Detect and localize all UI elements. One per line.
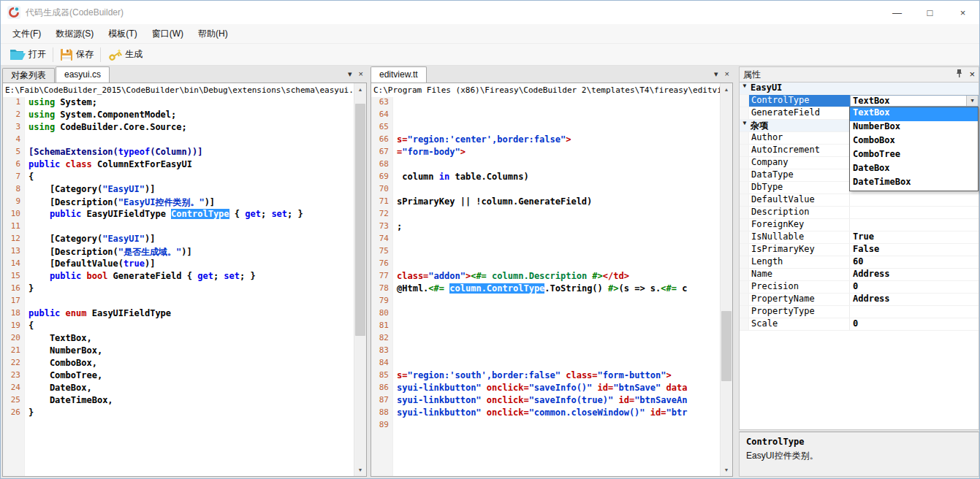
property-name[interactable]: ForeignKey (749, 219, 850, 231)
collapse-arrow-icon[interactable]: ▼ (740, 83, 750, 94)
menu-window[interactable]: 窗口(W) (145, 24, 191, 43)
property-row-IsNullable[interactable]: IsNullableTrue (740, 231, 979, 244)
left-code-area[interactable]: 1using System;2using System.ComponentMod… (3, 97, 354, 476)
property-name[interactable]: IsNullable (749, 231, 850, 243)
menu-template[interactable]: 模板(T) (101, 24, 144, 43)
tab-easyui-cs[interactable]: easyui.cs (56, 66, 110, 83)
combo-value[interactable]: TextBox (851, 96, 966, 106)
folder-open-icon (10, 48, 26, 61)
tab-list-chevron-down-icon[interactable]: ▾ (714, 69, 718, 78)
property-name[interactable]: DataType (749, 169, 850, 181)
code-line: 82 (371, 333, 720, 345)
property-value[interactable]: 60 (850, 256, 979, 268)
left-editor: E:\Faib\CodeBuilder_2015\CodeBuilder\bin… (2, 83, 367, 477)
dropdown-item-ComboBox[interactable]: ComboBox (850, 135, 978, 149)
property-name[interactable]: Author (749, 132, 850, 144)
tab-close-icon[interactable]: × (725, 69, 729, 78)
property-value[interactable] (850, 306, 979, 318)
property-name[interactable]: Name (749, 269, 850, 280)
left-vertical-scrollbar[interactable]: ▲ ▼ (354, 83, 366, 476)
code-text (393, 420, 397, 432)
scroll-up-button[interactable]: ▲ (721, 83, 732, 96)
property-name[interactable]: Company (749, 157, 850, 169)
left-scrollbar-thumb[interactable] (355, 104, 365, 336)
property-row-PropertyType[interactable]: PropertyType (740, 306, 979, 318)
tab-list-chevron-down-icon[interactable]: ▾ (348, 69, 352, 78)
property-row-ControlType[interactable]: ControlTypeTextBox▼ (740, 95, 979, 107)
property-name[interactable]: Description (749, 207, 850, 218)
menu-file[interactable]: 文件(F) (5, 24, 48, 43)
tab-close-icon[interactable]: × (359, 69, 363, 78)
controltype-dropdown[interactable]: TextBoxNumberBoxComboBoxComboTreeDateBox… (849, 107, 979, 191)
dropdown-item-NumberBox[interactable]: NumberBox (850, 121, 978, 135)
main-area: 对象列表 easyui.cs ▾ × E:\Faib\CodeBuilder_2… (1, 66, 979, 478)
property-name[interactable]: PropertyType (749, 306, 850, 318)
line-number: 68 (371, 159, 393, 172)
splitter-middle-right[interactable] (733, 66, 739, 478)
property-value[interactable] (850, 207, 979, 218)
category-row-EasyUI[interactable]: ▼EasyUI (740, 83, 979, 95)
property-name[interactable]: Precision (749, 281, 850, 293)
code-line: 15 public bool GenerateField { get; set;… (3, 271, 354, 283)
property-name[interactable]: DefaultValue (749, 194, 850, 206)
generate-button[interactable]: 生成 (102, 45, 148, 64)
selected-token: ControlType (171, 209, 229, 219)
property-name[interactable]: IsPrimaryKey (749, 244, 850, 256)
property-value[interactable]: 0 (850, 318, 979, 330)
line-number: 86 (371, 383, 393, 395)
scroll-down-button[interactable]: ▼ (721, 464, 732, 476)
property-name[interactable]: AutoIncrement (749, 145, 850, 156)
maximize-button[interactable]: □ (913, 1, 946, 24)
property-row-Precision[interactable]: Precision0 (740, 281, 979, 294)
property-value[interactable]: False (850, 244, 979, 256)
scroll-down-button[interactable]: ▼ (354, 464, 366, 476)
app-icon (7, 6, 20, 19)
pin-icon[interactable] (955, 69, 963, 80)
property-value[interactable]: Address (850, 269, 979, 280)
scroll-up-button[interactable]: ▲ (354, 83, 366, 96)
code-text (393, 159, 397, 172)
middle-scrollbar-thumb[interactable] (721, 311, 732, 381)
property-row-Name[interactable]: NameAddress (740, 269, 979, 281)
property-row-Description[interactable]: Description (740, 207, 979, 219)
collapse-arrow-icon[interactable]: ▼ (740, 120, 750, 131)
property-value[interactable] (850, 194, 979, 206)
combo-dropdown-button[interactable]: ▼ (966, 96, 978, 106)
code-text: } (25, 283, 34, 296)
property-row-Scale[interactable]: Scale0 (740, 318, 979, 331)
property-name[interactable]: Length (749, 256, 850, 268)
property-name[interactable]: PropertyName (749, 294, 850, 305)
property-value[interactable]: 0 (850, 281, 979, 293)
tab-editview-tt[interactable]: editview.tt (371, 66, 427, 83)
middle-code-area[interactable]: 63646566s="region:'center',border:false"… (371, 97, 720, 476)
property-row-DefaultValue[interactable]: DefaultValue (740, 194, 979, 207)
property-row-PropertyName[interactable]: PropertyNameAddress (740, 294, 979, 306)
property-value[interactable]: Address (850, 294, 979, 305)
dropdown-item-DateBox[interactable]: DateBox (850, 163, 978, 177)
code-line: 84 (371, 358, 720, 370)
property-name[interactable]: Scale (749, 318, 850, 330)
dropdown-item-TextBox[interactable]: TextBox (850, 107, 978, 121)
property-name[interactable]: GenerateField (749, 107, 850, 119)
dropdown-item-DateTimeBox[interactable]: DateTimeBox (850, 177, 978, 191)
tab-object-list[interactable]: 对象列表 (2, 68, 55, 83)
property-name[interactable]: ControlType (749, 95, 850, 107)
property-row-ForeignKey[interactable]: ForeignKey (740, 219, 979, 231)
property-value[interactable] (850, 219, 979, 231)
code-line: 71sPrimaryKey || !column.GenerateField) (371, 196, 720, 209)
property-name[interactable]: DbType (749, 182, 850, 193)
menu-help[interactable]: 帮助(H) (191, 24, 235, 43)
close-button[interactable]: × (946, 1, 979, 24)
properties-close-icon[interactable]: × (969, 70, 975, 79)
minimize-button[interactable]: — (881, 1, 913, 24)
code-line: 26} (3, 407, 354, 420)
property-value[interactable]: TextBox▼ (850, 95, 979, 107)
open-button[interactable]: 打开 (4, 45, 51, 64)
middle-vertical-scrollbar[interactable]: ▲ ▼ (720, 83, 732, 476)
dropdown-item-ComboTree[interactable]: ComboTree (850, 149, 978, 163)
save-button[interactable]: 保存 (55, 45, 99, 64)
property-row-Length[interactable]: Length60 (740, 256, 979, 269)
menu-datasource[interactable]: 数据源(S) (48, 24, 101, 43)
property-row-IsPrimaryKey[interactable]: IsPrimaryKeyFalse (740, 244, 979, 256)
property-value[interactable]: True (850, 231, 979, 243)
